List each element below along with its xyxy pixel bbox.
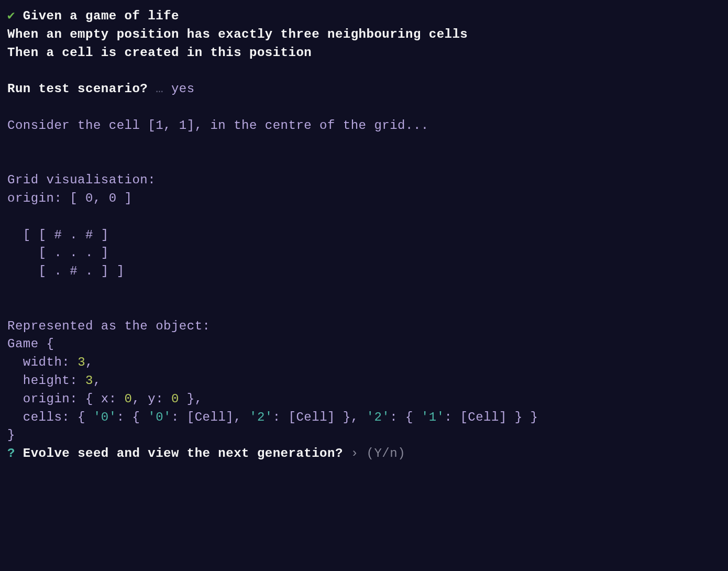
check-icon: ✔ (7, 9, 15, 23)
when-text: When an empty position has exactly three… (7, 27, 468, 41)
scenario-given-line: ✔ Given a game of life (7, 9, 179, 23)
game-open: Game { (7, 337, 54, 351)
evolve-prompt[interactable]: ? Evolve seed and view the next generati… (7, 446, 405, 460)
yn-hint: (Y/n) (359, 446, 405, 460)
consider-text: Consider the cell [1, 1], in the centre … (7, 118, 429, 133)
width-line: width: 3, (7, 355, 93, 369)
grid-vis-label: Grid visualisation: (7, 173, 156, 187)
represented-label: Represented as the object: (7, 319, 210, 333)
given-text: Given a game of life (23, 9, 179, 23)
run-question: Run test scenario? (7, 82, 148, 96)
game-close: } (7, 428, 15, 442)
grid-row-1: [ [ # . # ] (7, 228, 109, 242)
then-text: Then a cell is created in this position (7, 46, 312, 60)
origin-line: origin: { x: 0, y: 0 }, (7, 392, 203, 406)
prompt-arrow: › (351, 446, 359, 460)
cells-line: cells: { '0': { '0': [Cell], '2': [Cell]… (7, 410, 538, 424)
height-line: height: 3, (7, 374, 101, 388)
grid-row-2: [ . . . ] (7, 246, 109, 260)
grid-row-3: [ . # . ] ] (7, 264, 125, 278)
run-scenario-prompt: Run test scenario? … yes (7, 82, 195, 96)
terminal-output: ✔ Given a game of life When an empty pos… (7, 7, 721, 463)
evolve-question: Evolve seed and view the next generation… (15, 446, 351, 460)
run-answer: yes (171, 82, 195, 96)
ellipsis: … (156, 82, 163, 96)
question-mark-icon: ? (7, 446, 15, 460)
origin-label: origin: [ 0, 0 ] (7, 191, 132, 205)
